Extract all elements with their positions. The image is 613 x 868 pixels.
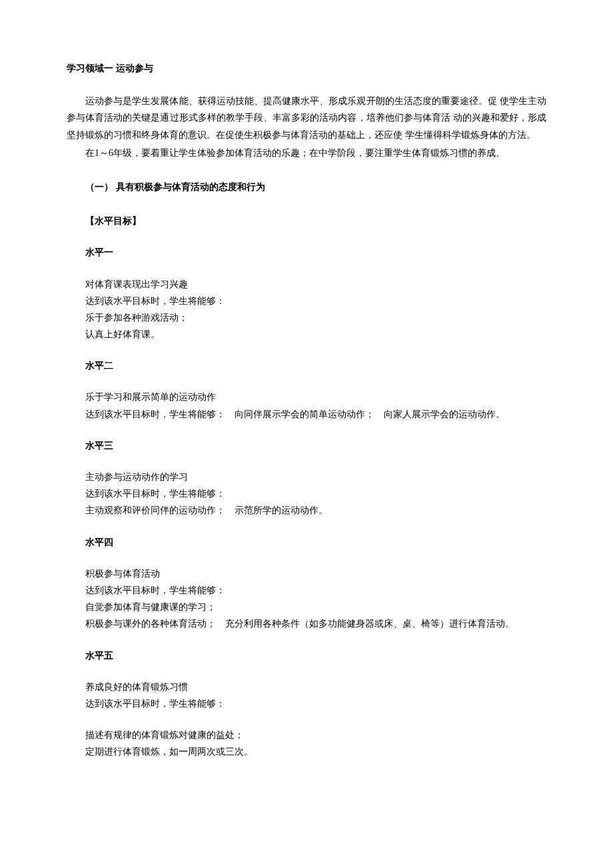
content-line: 积极参与体育活动 bbox=[67, 565, 546, 582]
level-1-content: 对体育课表现出学习兴趣 达到该水平目标时，学生将能够： 乐于参加各种游戏活动； … bbox=[67, 276, 546, 343]
main-title: 学习领域一 运动参与 bbox=[67, 60, 546, 77]
content-line: 认真上好体育课。 bbox=[67, 326, 546, 343]
level-3-content: 主动参与运动动作的学习 达到该水平目标时，学生将能够： 主动观察和评价同伴的运动… bbox=[67, 469, 546, 519]
content-line: 乐于参加各种游戏活动； bbox=[67, 309, 546, 326]
content-line: 描述有规律的体育锻炼对健康的益处； bbox=[67, 727, 546, 743]
content-line: 对体育课表现出学习兴趣 bbox=[67, 276, 546, 293]
goals-title: 【水平目标】 bbox=[67, 213, 546, 229]
content-line: 乐于学习和展示简单的运动动作 bbox=[67, 389, 546, 405]
level-2-content: 乐于学习和展示简单的运动动作 达到该水平目标时，学生将能够： 向同伴展示学会的简… bbox=[67, 389, 546, 422]
level-5-content-2: 描述有规律的体育锻炼对健康的益处； 定期进行体育锻炼，如一周两次或三次。 bbox=[67, 727, 546, 760]
content-line: 达到该水平目标时，学生将能够： bbox=[67, 695, 546, 712]
content-line: 主动观察和评价同伴的运动动作； 示范所学的运动动作。 bbox=[67, 502, 546, 519]
content-line: 达到该水平目标时，学生将能够： bbox=[67, 293, 546, 309]
content-line: 养成良好的体育锻炼习惯 bbox=[67, 679, 546, 695]
content-line: 主动参与运动动作的学习 bbox=[67, 469, 546, 485]
level-4-title: 水平四 bbox=[67, 534, 546, 551]
content-line: 达到该水平目标时，学生将能够： bbox=[67, 485, 546, 502]
content-line: 达到该水平目标时，学生将能够： bbox=[67, 582, 546, 599]
level-5-content-1: 养成良好的体育锻炼习惯 达到该水平目标时，学生将能够： bbox=[67, 679, 546, 712]
level-4-content: 积极参与体育活动 达到该水平目标时，学生将能够： 自觉参加体育与健康课的学习； … bbox=[67, 565, 546, 633]
section-title: （一） 具有积极参与体育活动的态度和行为 bbox=[67, 179, 546, 195]
intro-paragraph-2: 在1～6年级，要着重让学生体验参加体育活动的乐趣；在中学阶段，要注重学生体育锻炼… bbox=[67, 145, 546, 161]
content-line: 定期进行体育锻炼，如一周两次或三次。 bbox=[67, 743, 546, 760]
content-line: 自觉参加体育与健康课的学习； bbox=[67, 599, 546, 615]
intro-paragraph-1: 运动参与是学生发展体能、获得运动技能、提高健康水平、形成乐观开朗的生活态度的重要… bbox=[67, 93, 546, 143]
level-1-title: 水平一 bbox=[67, 244, 546, 261]
level-3-title: 水平三 bbox=[67, 437, 546, 454]
content-line: 积极参与课外的各种体育活动； 充分利用各种条件（如多功能健身器或床、桌、椅等）进… bbox=[67, 615, 546, 632]
level-2-title: 水平二 bbox=[67, 357, 546, 374]
level-5-title: 水平五 bbox=[67, 647, 546, 664]
content-line: 达到该水平目标时，学生将能够： 向同伴展示学会的简单运动动作； 向家人展示学会的… bbox=[67, 406, 546, 423]
